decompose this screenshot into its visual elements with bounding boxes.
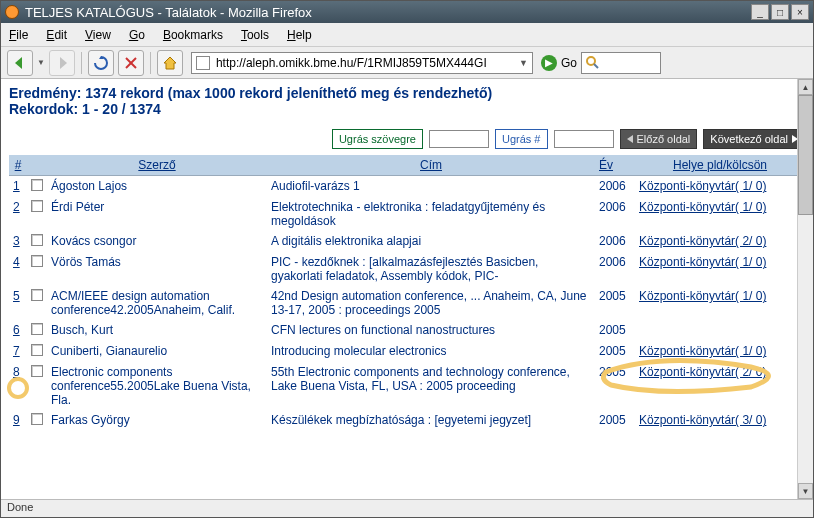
row-checkbox[interactable] bbox=[31, 344, 43, 356]
menu-help[interactable]: Help bbox=[287, 28, 312, 42]
author-cell: Busch, Kurt bbox=[47, 320, 267, 341]
row-num-link[interactable]: 7 bbox=[13, 344, 20, 358]
control-bar: Ugrás szövegre Ugrás # Előző oldal Követ… bbox=[9, 129, 805, 149]
col-num[interactable]: # bbox=[9, 155, 27, 176]
location-link[interactable]: Központi-könyvtár( 2/ 0) bbox=[639, 365, 766, 379]
location-link[interactable]: Központi-könyvtár( 1/ 0) bbox=[639, 344, 766, 358]
author-cell: Vörös Tamás bbox=[47, 252, 267, 286]
back-button[interactable] bbox=[7, 50, 33, 76]
prev-page-button[interactable]: Előző oldal bbox=[620, 129, 698, 149]
row-num-link[interactable]: 6 bbox=[13, 323, 20, 337]
reload-button[interactable] bbox=[88, 50, 114, 76]
jump-num-button[interactable]: Ugrás # bbox=[495, 129, 548, 149]
home-button[interactable] bbox=[157, 50, 183, 76]
titlebar[interactable]: TELJES KATALÓGUS - Találatok - Mozilla F… bbox=[1, 1, 813, 23]
col-author[interactable]: Szerző bbox=[47, 155, 267, 176]
col-year[interactable]: Év bbox=[595, 155, 635, 176]
title-cell: Introducing molecular electronics bbox=[267, 341, 595, 362]
row-num-link[interactable]: 9 bbox=[13, 413, 20, 427]
scroll-up-button[interactable]: ▲ bbox=[798, 79, 813, 95]
forward-button[interactable] bbox=[49, 50, 75, 76]
author-cell: Kovács csongor bbox=[47, 231, 267, 252]
title-cell: Audiofil-varázs 1 bbox=[267, 176, 595, 198]
jump-text-button[interactable]: Ugrás szövegre bbox=[332, 129, 423, 149]
table-row: 3Kovács csongorA digitális elektronika a… bbox=[9, 231, 805, 252]
jump-num-input[interactable] bbox=[554, 130, 614, 148]
location-link[interactable]: Központi-könyvtár( 1/ 0) bbox=[639, 255, 766, 269]
menu-tools[interactable]: Tools bbox=[241, 28, 269, 42]
vertical-scrollbar[interactable]: ▲ ▼ bbox=[797, 79, 813, 499]
year-cell: 2006 bbox=[595, 176, 635, 198]
minimize-button[interactable]: _ bbox=[751, 4, 769, 20]
stop-button[interactable] bbox=[118, 50, 144, 76]
row-num-link[interactable]: 8 bbox=[13, 365, 20, 379]
row-checkbox[interactable] bbox=[31, 365, 43, 377]
year-cell: 2005 bbox=[595, 410, 635, 431]
row-checkbox[interactable] bbox=[31, 179, 43, 191]
location-link[interactable]: Központi-könyvtár( 1/ 0) bbox=[639, 200, 766, 214]
chevron-left-icon bbox=[627, 135, 633, 143]
title-cell: Készülékek megbízhatósága : [egyetemi je… bbox=[267, 410, 595, 431]
title-cell: A digitális elektronika alapjai bbox=[267, 231, 595, 252]
menu-bookmarks[interactable]: Bookmarks bbox=[163, 28, 223, 42]
url-input[interactable] bbox=[214, 55, 517, 71]
title-cell: Elektrotechnika - elektronika : feladatg… bbox=[267, 197, 595, 231]
row-num-link[interactable]: 5 bbox=[13, 289, 20, 303]
jump-text-input[interactable] bbox=[429, 130, 489, 148]
author-cell: ACM/IEEE design automation conference42.… bbox=[47, 286, 267, 320]
row-num-link[interactable]: 4 bbox=[13, 255, 20, 269]
row-num-link[interactable]: 3 bbox=[13, 234, 20, 248]
toolbar: ▼ ▼ ▶ Go bbox=[1, 47, 813, 79]
next-page-button[interactable]: Következő oldal bbox=[703, 129, 805, 149]
row-checkbox[interactable] bbox=[31, 234, 43, 246]
url-dropdown-icon[interactable]: ▼ bbox=[519, 58, 528, 68]
close-button[interactable]: × bbox=[791, 4, 809, 20]
author-cell: Ágoston Lajos bbox=[47, 176, 267, 198]
year-cell: 2005 bbox=[595, 362, 635, 410]
row-checkbox[interactable] bbox=[31, 200, 43, 212]
table-row: 1Ágoston LajosAudiofil-varázs 12006Közpo… bbox=[9, 176, 805, 198]
scroll-thumb[interactable] bbox=[798, 95, 813, 215]
col-location[interactable]: Helye pld/kölcsön bbox=[635, 155, 805, 176]
author-cell: Electronic components conference55.2005L… bbox=[47, 362, 267, 410]
page-icon bbox=[196, 56, 210, 70]
location-link[interactable]: Központi-könyvtár( 1/ 0) bbox=[639, 289, 766, 303]
title-cell: 42nd Design automation conference, ... A… bbox=[267, 286, 595, 320]
col-title[interactable]: Cím bbox=[267, 155, 595, 176]
go-button[interactable]: ▶ Go bbox=[541, 55, 577, 71]
year-cell: 2006 bbox=[595, 252, 635, 286]
col-check bbox=[27, 155, 47, 176]
window-title: TELJES KATALÓGUS - Találatok - Mozilla F… bbox=[25, 5, 312, 20]
page-content: ▲ ▼ Eredmény: 1374 rekord (max 1000 reko… bbox=[1, 79, 813, 499]
url-bar[interactable]: ▼ bbox=[191, 52, 533, 74]
title-cell: PIC - kezdőknek : [alkalmazásfejlesztés … bbox=[267, 252, 595, 286]
location-link[interactable]: Központi-könyvtár( 3/ 0) bbox=[639, 413, 766, 427]
table-row: 8Electronic components conference55.2005… bbox=[9, 362, 805, 410]
author-cell: Cuniberti, Gianaurelio bbox=[47, 341, 267, 362]
menu-view[interactable]: View bbox=[85, 28, 111, 42]
menu-file[interactable]: File bbox=[9, 28, 28, 42]
row-checkbox[interactable] bbox=[31, 323, 43, 335]
status-text: Done bbox=[7, 501, 33, 513]
menu-edit[interactable]: Edit bbox=[46, 28, 67, 42]
menu-go[interactable]: Go bbox=[129, 28, 145, 42]
location-link[interactable]: Központi-könyvtár( 1/ 0) bbox=[639, 179, 766, 193]
author-cell: Érdi Péter bbox=[47, 197, 267, 231]
row-checkbox[interactable] bbox=[31, 289, 43, 301]
svg-line-3 bbox=[594, 64, 598, 68]
row-num-link[interactable]: 1 bbox=[13, 179, 20, 193]
table-row: 6Busch, KurtCFN lectures on functional n… bbox=[9, 320, 805, 341]
browser-window: TELJES KATALÓGUS - Találatok - Mozilla F… bbox=[0, 0, 814, 518]
location-link[interactable]: Központi-könyvtár( 2/ 0) bbox=[639, 234, 766, 248]
row-checkbox[interactable] bbox=[31, 255, 43, 267]
year-cell: 2005 bbox=[595, 286, 635, 320]
row-num-link[interactable]: 2 bbox=[13, 200, 20, 214]
search-box[interactable] bbox=[581, 52, 661, 74]
maximize-button[interactable]: □ bbox=[771, 4, 789, 20]
row-checkbox[interactable] bbox=[31, 413, 43, 425]
go-icon: ▶ bbox=[541, 55, 557, 71]
author-cell: Farkas György bbox=[47, 410, 267, 431]
year-cell: 2006 bbox=[595, 231, 635, 252]
scroll-down-button[interactable]: ▼ bbox=[798, 483, 813, 499]
results-table: # Szerző Cím Év Helye pld/kölcsön 1Ágost… bbox=[9, 155, 805, 431]
